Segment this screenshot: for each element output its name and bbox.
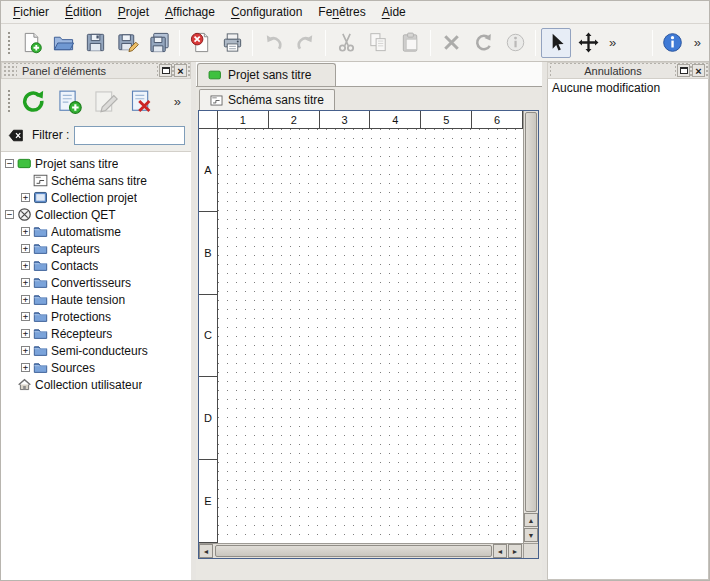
save-button[interactable] (80, 28, 110, 58)
panel-overflow-button[interactable]: » (169, 94, 188, 109)
menu-item-2[interactable]: Projet (110, 2, 157, 22)
tree-item[interactable]: +Sources (1, 359, 191, 376)
paste-icon (399, 31, 422, 54)
info-button[interactable] (500, 28, 530, 58)
undo-close-button[interactable] (692, 64, 705, 77)
hscroll-left-button[interactable] (199, 544, 213, 558)
about-button[interactable] (658, 28, 688, 58)
element-edit-button[interactable] (88, 84, 122, 118)
expander-plus-icon[interactable]: + (21, 312, 30, 321)
scrollbar-corner (523, 543, 538, 558)
expander-plus-icon[interactable]: + (21, 193, 30, 202)
tree-item[interactable]: +Haute tension (1, 291, 191, 308)
menu-item-0[interactable]: Fichier (5, 2, 57, 22)
menu-item-4[interactable]: Configuration (223, 2, 310, 22)
open-project-button[interactable] (48, 28, 78, 58)
schema-tab[interactable]: Schéma sans titre (199, 89, 335, 110)
expander-plus-icon[interactable]: + (21, 295, 30, 304)
reload-button[interactable] (16, 84, 50, 118)
tree-item[interactable]: +Récepteurs (1, 325, 191, 342)
undo-button[interactable] (258, 28, 288, 58)
tree-item-label: Schéma sans titre (51, 174, 147, 188)
hscroll-left-end-button[interactable] (493, 544, 507, 558)
schema-canvas[interactable] (218, 129, 523, 543)
tree-item[interactable]: Schéma sans titre (1, 172, 191, 189)
expander-plus-icon[interactable]: + (21, 329, 30, 338)
project-tab-icon (208, 68, 222, 82)
tree-item-label: Semi-conducteurs (51, 344, 148, 358)
column-label: 1 (218, 111, 269, 128)
expander-plus-icon[interactable]: + (21, 227, 30, 236)
redo-button[interactable] (290, 28, 320, 58)
tree-item[interactable]: −Projet sans titre (1, 155, 191, 172)
tree-item[interactable]: +Automatisme (1, 223, 191, 240)
undo-dock: Annulations Aucune modification (547, 62, 709, 580)
panel-toolbar-grip[interactable] (6, 88, 11, 114)
tree-item[interactable]: +Contacts (1, 257, 191, 274)
expander-minus-icon[interactable]: − (5, 159, 14, 168)
vscroll-up-button[interactable] (524, 513, 538, 527)
menu-item-5[interactable]: Fenêtres (310, 2, 373, 22)
elements-panel-float-button[interactable] (159, 64, 172, 77)
print-icon (221, 31, 244, 54)
expander-plus-icon[interactable]: + (21, 244, 30, 253)
vscroll-down-button[interactable] (524, 528, 538, 542)
expander-plus-icon[interactable]: + (21, 363, 30, 372)
save-all-button[interactable] (144, 28, 174, 58)
expander-minus-icon[interactable]: − (5, 210, 14, 219)
tree-item[interactable]: +Convertisseurs (1, 274, 191, 291)
hscroll-thumb[interactable] (215, 545, 492, 557)
cut-button[interactable] (331, 28, 361, 58)
row-ruler: ABCDE (199, 129, 218, 543)
paste-button[interactable] (395, 28, 425, 58)
column-label: 2 (269, 111, 320, 128)
new-document-icon (20, 31, 43, 54)
filter-clear-icon (6, 127, 26, 144)
reload-icon (20, 88, 47, 115)
toolbar-overflow-button[interactable]: » (689, 35, 706, 50)
tree-item-label: Contacts (51, 259, 98, 273)
print-button[interactable] (217, 28, 247, 58)
element-delete-button[interactable] (124, 84, 158, 118)
tree-item[interactable]: −Collection QET (1, 206, 191, 223)
undo-titlebar[interactable]: Annulations (547, 62, 709, 79)
new-document-button[interactable] (16, 28, 46, 58)
hscroll-right-button[interactable] (508, 544, 522, 558)
elements-panel-titlebar[interactable]: Panel d'éléments (1, 62, 191, 79)
delete-button[interactable] (436, 28, 466, 58)
row-label: B (199, 212, 217, 295)
element-new-button[interactable] (52, 84, 86, 118)
expander-plus-icon[interactable]: + (21, 261, 30, 270)
filter-input[interactable] (74, 126, 185, 145)
menu-item-6[interactable]: Aide (374, 2, 414, 22)
close-project-button[interactable] (185, 28, 215, 58)
select-arrow-button[interactable] (541, 28, 571, 58)
menu-item-1[interactable]: Édition (57, 2, 110, 22)
toolbar-grip[interactable] (6, 30, 11, 56)
save-as-button[interactable] (112, 28, 142, 58)
expander-plus-icon[interactable]: + (21, 346, 30, 355)
menu-item-3[interactable]: Affichage (157, 2, 223, 22)
tree-item[interactable]: +Protections (1, 308, 191, 325)
project-tab[interactable]: Projet sans titre (197, 63, 336, 86)
elements-panel-close-button[interactable] (174, 64, 187, 77)
pan-button[interactable] (573, 28, 603, 58)
tree-item[interactable]: Collection utilisateur (1, 376, 191, 393)
column-label: 4 (370, 111, 421, 128)
close-project-icon (189, 31, 212, 54)
tree-item[interactable]: +Capteurs (1, 240, 191, 257)
column-label: 6 (472, 111, 523, 128)
tree-item-label: Protections (51, 310, 111, 324)
vscroll-thumb[interactable] (525, 112, 537, 512)
toolbar-overflow-button[interactable]: » (604, 35, 621, 50)
expander-plus-icon[interactable]: + (21, 278, 30, 287)
filter-clear-button[interactable] (5, 126, 27, 145)
ruler-corner (199, 111, 218, 129)
tree-item[interactable]: +Semi-conducteurs (1, 342, 191, 359)
tree-item[interactable]: +Collection projet (1, 189, 191, 206)
rotate-button[interactable] (468, 28, 498, 58)
copy-button[interactable] (363, 28, 393, 58)
row-label: C (199, 295, 217, 378)
open-project-icon (52, 31, 75, 54)
undo-float-button[interactable] (677, 64, 690, 77)
